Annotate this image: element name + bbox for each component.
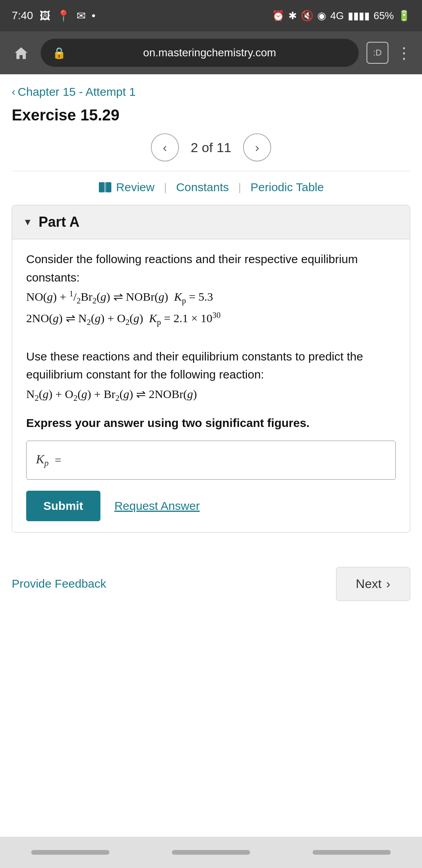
url-bar[interactable]: 🔒 on.masteringchemistry.com <box>41 39 359 67</box>
answer-input[interactable] <box>61 454 386 467</box>
review-label: Review <box>116 181 154 194</box>
gps-icon: ◉ <box>317 10 326 22</box>
alarm-icon: ⏰ <box>272 10 284 22</box>
review-link[interactable]: Review <box>98 181 154 194</box>
status-right: ⏰ ✱ 🔇 ◉ 4G ▮▮▮▮ 65% 🔋 <box>272 10 410 22</box>
chevron-right-icon: › <box>255 140 259 155</box>
submit-button[interactable]: Submit <box>26 491 100 521</box>
next-button[interactable]: Next › <box>336 567 410 601</box>
problem-text: Consider the following reactions and the… <box>26 250 396 405</box>
equals-sign: = <box>52 454 61 467</box>
location-icon: 📍 <box>57 9 70 22</box>
signal-bars: ▮▮▮▮ <box>348 10 370 22</box>
constants-link[interactable]: Constants <box>176 181 229 194</box>
part-a-header[interactable]: ▼ Part A <box>12 205 410 239</box>
exercise-title: Exercise 15.29 <box>12 106 410 124</box>
kp-label: Kp <box>36 452 49 468</box>
next-nav-button[interactable]: › <box>243 133 271 161</box>
menu-icon[interactable]: ⋮ <box>396 44 413 62</box>
request-answer-link[interactable]: Request Answer <box>114 499 200 513</box>
footer-nav: Provide Feedback Next › <box>0 559 422 617</box>
mute-icon: 🔇 <box>301 10 313 22</box>
feedback-link[interactable]: Provide Feedback <box>12 577 106 590</box>
bottom-nav <box>0 837 422 868</box>
answer-box[interactable]: Kp = <box>26 441 396 480</box>
part-a-card: ▼ Part A Consider the following reaction… <box>12 205 410 533</box>
reaction-3: N2(g) + O2(g) + Br2(g) ⇌ 2NOBr(g) <box>26 384 396 405</box>
divider <box>12 171 410 171</box>
reaction-1: NO(g) + 1/2Br2(g) ⇌ NOBr(g) Kp = 5.3 <box>26 287 396 308</box>
periodic-table-label: Periodic Table <box>250 181 324 194</box>
navigation-row: ‹ 2 of 11 › <box>12 133 410 161</box>
back-chevron-icon: ‹ <box>12 86 15 98</box>
prev-button[interactable]: ‹ <box>151 133 179 161</box>
svg-rect-1 <box>106 182 111 192</box>
part-a-body: Consider the following reactions and the… <box>12 239 410 532</box>
back-link[interactable]: ‹ Chapter 15 - Attempt 1 <box>12 85 410 99</box>
nav-item-2 <box>172 850 250 855</box>
periodic-table-link[interactable]: Periodic Table <box>250 181 324 194</box>
constants-label: Constants <box>176 181 229 194</box>
separator-1: | <box>164 181 166 194</box>
next-label: Next <box>356 577 382 591</box>
status-left: 7:40 🖼 📍 ✉ • <box>12 9 95 22</box>
nav-count: 2 of 11 <box>191 140 231 155</box>
reaction-2: 2NO(g) ⇌ N2(g) + O2(g) Kp = 2.1 × 1030 <box>26 308 396 330</box>
next-arrow-icon: › <box>386 577 390 591</box>
dot-indicator: • <box>92 9 96 22</box>
battery-icon: 🔋 <box>398 10 410 22</box>
toolbar: Review | Constants | Periodic Table <box>12 181 410 194</box>
url-text: on.masteringchemistry.com <box>72 47 347 59</box>
status-time: 7:40 <box>12 9 33 22</box>
separator-2: | <box>238 181 241 194</box>
problem-middle: Use these reactions and their equilibriu… <box>26 350 363 381</box>
nav-item-1 <box>31 850 109 855</box>
mail-icon: ✉ <box>77 9 86 22</box>
bluetooth-icon: ✱ <box>288 10 297 22</box>
lock-icon: 🔒 <box>52 47 66 59</box>
chevron-left-icon: ‹ <box>163 140 167 155</box>
collapse-icon: ▼ <box>23 217 32 228</box>
status-bar: 7:40 🖼 📍 ✉ • ⏰ ✱ 🔇 ◉ 4G ▮▮▮▮ 65% 🔋 <box>0 0 422 31</box>
btn-row: Submit Request Answer <box>26 491 396 521</box>
problem-intro: Consider the following reactions and the… <box>26 253 358 284</box>
back-link-label: Chapter 15 - Attempt 1 <box>18 85 136 99</box>
main-content: ‹ Chapter 15 - Attempt 1 Exercise 15.29 … <box>0 74 422 559</box>
battery-percent: 65% <box>374 10 394 22</box>
network-icon: 4G <box>330 10 344 22</box>
tab-icon[interactable]: :D <box>367 42 388 64</box>
image-icon: 🖼 <box>39 9 50 22</box>
home-icon[interactable] <box>9 41 33 65</box>
svg-rect-0 <box>99 182 104 192</box>
nav-item-3 <box>313 850 391 855</box>
browser-bar: 🔒 on.masteringchemistry.com :D ⋮ <box>0 31 422 74</box>
part-a-title: Part A <box>39 214 80 230</box>
instruction-text: Express your answer using two significan… <box>26 415 396 431</box>
